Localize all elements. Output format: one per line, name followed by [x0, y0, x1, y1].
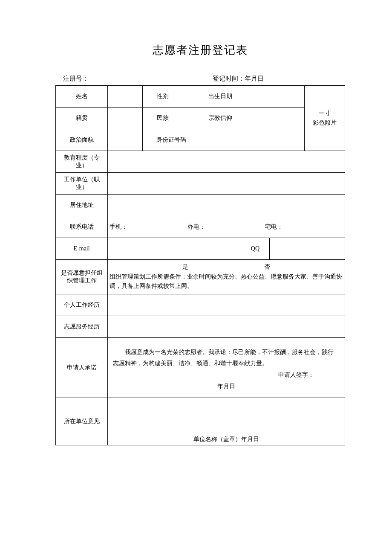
- volunteer-history-field[interactable]: [108, 316, 345, 338]
- gender-field[interactable]: [183, 86, 200, 108]
- qq-field[interactable]: [270, 238, 345, 260]
- education-label: 教育程度（专业）: [56, 151, 108, 173]
- willing-no[interactable]: 否: [226, 262, 308, 272]
- phone-label: 联系电话: [56, 216, 108, 238]
- mobile-label: 手机：: [110, 223, 187, 231]
- phone-field[interactable]: 手机： 办电： 宅电：: [108, 216, 345, 238]
- birth-label: 出生日期: [200, 86, 241, 108]
- registration-form: 姓名 性别 出生日期 一寸 彩色照片 籍贯 民族 宗教信仰 政治面貌 身份证号码: [55, 85, 345, 445]
- education-field[interactable]: [108, 151, 345, 173]
- work-history-field[interactable]: [108, 294, 345, 316]
- address-field[interactable]: [108, 195, 345, 216]
- address-label: 居住地址: [56, 195, 108, 216]
- willing-cell[interactable]: 是 否 组织管理策划工作所需条件：业余时间较为充分、热心公益、愿意服务大家、善于…: [108, 260, 345, 294]
- volunteer-history-label: 志愿服务经历: [56, 316, 108, 338]
- native-field[interactable]: [108, 108, 142, 129]
- political-label: 政治面貌: [56, 129, 108, 151]
- pledge-label: 申请人承诺: [56, 338, 108, 398]
- work-unit-field[interactable]: [108, 173, 345, 195]
- pledge-date: 年月日: [113, 381, 340, 392]
- unit-stamp: 单位名称（盖章）年月日: [108, 436, 345, 443]
- id-label: 身份证号码: [142, 129, 200, 151]
- registration-number-label: 注册号：: [63, 75, 196, 83]
- work-history-label: 个人工作经历: [56, 294, 108, 316]
- photo-box: 一寸 彩色照片: [304, 86, 345, 151]
- political-field[interactable]: [108, 129, 142, 151]
- religion-label: 宗教信仰: [200, 108, 241, 129]
- work-unit-label: 工作单位（职业）: [56, 173, 108, 195]
- ethnic-field[interactable]: [183, 108, 200, 129]
- name-field[interactable]: [108, 86, 142, 108]
- id-field[interactable]: [200, 129, 304, 151]
- photo-line2: 彩色照片: [313, 119, 337, 126]
- header-row: 注册号： 登记时间：年月日: [55, 75, 345, 83]
- qq-label: QQ: [241, 238, 270, 260]
- form-title: 志愿者注册登记表: [55, 43, 345, 58]
- willing-note: 组织管理策划工作所需条件：业余时间较为充分、热心公益、愿意服务大家、善于沟通协调…: [110, 272, 343, 291]
- home-label: 宅电：: [265, 223, 343, 231]
- email-field[interactable]: [108, 238, 241, 260]
- pledge-cell: 我愿意成为一名光荣的志愿者。我承诺：尽己所能，不计报酬，服务社会，践行志愿精神，…: [108, 338, 345, 398]
- unit-opinion-label: 所在单位意见: [56, 398, 108, 445]
- gender-label: 性别: [142, 86, 183, 108]
- unit-opinion-cell[interactable]: 单位名称（盖章）年月日: [108, 398, 345, 445]
- pledge-sign[interactable]: 申请人签字：: [113, 369, 340, 381]
- registration-date-label: 登记时间：年月日: [196, 75, 345, 83]
- photo-line1: 一寸: [319, 110, 331, 116]
- willing-label: 是否愿意担任组织管理工作: [56, 260, 108, 294]
- email-label: E-mail: [56, 238, 108, 260]
- birth-field[interactable]: [241, 86, 304, 108]
- ethnic-label: 民族: [142, 108, 183, 129]
- name-label: 姓名: [56, 86, 108, 108]
- office-label: 办电：: [187, 223, 265, 231]
- willing-yes[interactable]: 是: [144, 262, 226, 272]
- religion-field[interactable]: [241, 108, 304, 129]
- native-label: 籍贯: [56, 108, 108, 129]
- pledge-text: 我愿意成为一名光荣的志愿者。我承诺：尽己所能，不计报酬，服务社会，践行志愿精神，…: [113, 347, 340, 369]
